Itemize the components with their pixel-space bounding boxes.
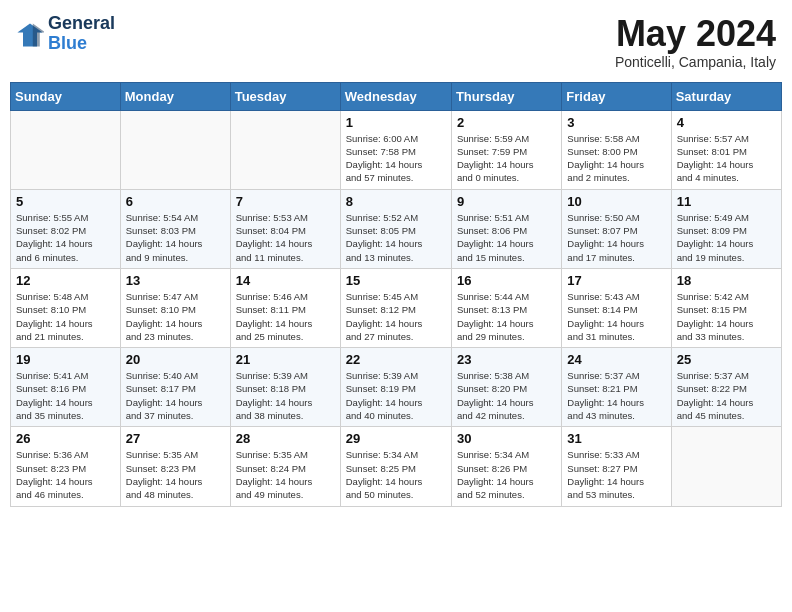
title-area: May 2024 Ponticelli, Campania, Italy — [615, 14, 776, 70]
day-number: 17 — [567, 273, 665, 288]
calendar-cell: 7Sunrise: 5:53 AM Sunset: 8:04 PM Daylig… — [230, 189, 340, 268]
calendar-cell: 26Sunrise: 5:36 AM Sunset: 8:23 PM Dayli… — [11, 427, 121, 506]
day-number: 23 — [457, 352, 556, 367]
day-info: Sunrise: 5:51 AM Sunset: 8:06 PM Dayligh… — [457, 211, 556, 264]
day-info: Sunrise: 5:39 AM Sunset: 8:18 PM Dayligh… — [236, 369, 335, 422]
day-info: Sunrise: 5:35 AM Sunset: 8:23 PM Dayligh… — [126, 448, 225, 501]
calendar-cell: 14Sunrise: 5:46 AM Sunset: 8:11 PM Dayli… — [230, 268, 340, 347]
day-number: 6 — [126, 194, 225, 209]
calendar-cell: 8Sunrise: 5:52 AM Sunset: 8:05 PM Daylig… — [340, 189, 451, 268]
day-number: 16 — [457, 273, 556, 288]
calendar-cell: 11Sunrise: 5:49 AM Sunset: 8:09 PM Dayli… — [671, 189, 781, 268]
calendar-cell — [120, 110, 230, 189]
day-number: 2 — [457, 115, 556, 130]
calendar-week-row: 1Sunrise: 6:00 AM Sunset: 7:58 PM Daylig… — [11, 110, 782, 189]
day-number: 31 — [567, 431, 665, 446]
day-info: Sunrise: 5:37 AM Sunset: 8:21 PM Dayligh… — [567, 369, 665, 422]
calendar-cell: 25Sunrise: 5:37 AM Sunset: 8:22 PM Dayli… — [671, 348, 781, 427]
day-info: Sunrise: 5:52 AM Sunset: 8:05 PM Dayligh… — [346, 211, 446, 264]
logo: General Blue — [16, 14, 115, 54]
calendar-cell: 24Sunrise: 5:37 AM Sunset: 8:21 PM Dayli… — [562, 348, 671, 427]
day-number: 28 — [236, 431, 335, 446]
day-info: Sunrise: 5:47 AM Sunset: 8:10 PM Dayligh… — [126, 290, 225, 343]
calendar-cell: 10Sunrise: 5:50 AM Sunset: 8:07 PM Dayli… — [562, 189, 671, 268]
day-number: 26 — [16, 431, 115, 446]
calendar-cell: 17Sunrise: 5:43 AM Sunset: 8:14 PM Dayli… — [562, 268, 671, 347]
day-number: 12 — [16, 273, 115, 288]
day-info: Sunrise: 6:00 AM Sunset: 7:58 PM Dayligh… — [346, 132, 446, 185]
calendar-cell: 20Sunrise: 5:40 AM Sunset: 8:17 PM Dayli… — [120, 348, 230, 427]
calendar-cell: 18Sunrise: 5:42 AM Sunset: 8:15 PM Dayli… — [671, 268, 781, 347]
day-number: 25 — [677, 352, 776, 367]
weekday-header-thursday: Thursday — [451, 82, 561, 110]
calendar-cell: 2Sunrise: 5:59 AM Sunset: 7:59 PM Daylig… — [451, 110, 561, 189]
calendar: SundayMondayTuesdayWednesdayThursdayFrid… — [10, 82, 782, 507]
calendar-week-row: 26Sunrise: 5:36 AM Sunset: 8:23 PM Dayli… — [11, 427, 782, 506]
weekday-header-row: SundayMondayTuesdayWednesdayThursdayFrid… — [11, 82, 782, 110]
day-info: Sunrise: 5:46 AM Sunset: 8:11 PM Dayligh… — [236, 290, 335, 343]
day-number: 19 — [16, 352, 115, 367]
day-number: 11 — [677, 194, 776, 209]
logo-icon — [16, 20, 44, 48]
calendar-cell: 27Sunrise: 5:35 AM Sunset: 8:23 PM Dayli… — [120, 427, 230, 506]
subtitle: Ponticelli, Campania, Italy — [615, 54, 776, 70]
calendar-cell: 6Sunrise: 5:54 AM Sunset: 8:03 PM Daylig… — [120, 189, 230, 268]
day-number: 10 — [567, 194, 665, 209]
calendar-cell: 16Sunrise: 5:44 AM Sunset: 8:13 PM Dayli… — [451, 268, 561, 347]
weekday-header-monday: Monday — [120, 82, 230, 110]
calendar-cell: 3Sunrise: 5:58 AM Sunset: 8:00 PM Daylig… — [562, 110, 671, 189]
day-info: Sunrise: 5:54 AM Sunset: 8:03 PM Dayligh… — [126, 211, 225, 264]
day-info: Sunrise: 5:59 AM Sunset: 7:59 PM Dayligh… — [457, 132, 556, 185]
day-info: Sunrise: 5:38 AM Sunset: 8:20 PM Dayligh… — [457, 369, 556, 422]
calendar-cell: 29Sunrise: 5:34 AM Sunset: 8:25 PM Dayli… — [340, 427, 451, 506]
logo-text: General Blue — [48, 14, 115, 54]
day-info: Sunrise: 5:45 AM Sunset: 8:12 PM Dayligh… — [346, 290, 446, 343]
calendar-week-row: 19Sunrise: 5:41 AM Sunset: 8:16 PM Dayli… — [11, 348, 782, 427]
day-info: Sunrise: 5:37 AM Sunset: 8:22 PM Dayligh… — [677, 369, 776, 422]
day-number: 22 — [346, 352, 446, 367]
day-info: Sunrise: 5:49 AM Sunset: 8:09 PM Dayligh… — [677, 211, 776, 264]
day-info: Sunrise: 5:57 AM Sunset: 8:01 PM Dayligh… — [677, 132, 776, 185]
weekday-header-saturday: Saturday — [671, 82, 781, 110]
weekday-header-friday: Friday — [562, 82, 671, 110]
day-number: 27 — [126, 431, 225, 446]
calendar-cell: 1Sunrise: 6:00 AM Sunset: 7:58 PM Daylig… — [340, 110, 451, 189]
day-number: 3 — [567, 115, 665, 130]
calendar-cell — [11, 110, 121, 189]
day-number: 9 — [457, 194, 556, 209]
day-number: 14 — [236, 273, 335, 288]
weekday-header-sunday: Sunday — [11, 82, 121, 110]
day-info: Sunrise: 5:58 AM Sunset: 8:00 PM Dayligh… — [567, 132, 665, 185]
calendar-cell: 13Sunrise: 5:47 AM Sunset: 8:10 PM Dayli… — [120, 268, 230, 347]
weekday-header-wednesday: Wednesday — [340, 82, 451, 110]
calendar-cell — [230, 110, 340, 189]
day-info: Sunrise: 5:34 AM Sunset: 8:26 PM Dayligh… — [457, 448, 556, 501]
weekday-header-tuesday: Tuesday — [230, 82, 340, 110]
day-info: Sunrise: 5:43 AM Sunset: 8:14 PM Dayligh… — [567, 290, 665, 343]
calendar-week-row: 12Sunrise: 5:48 AM Sunset: 8:10 PM Dayli… — [11, 268, 782, 347]
day-info: Sunrise: 5:33 AM Sunset: 8:27 PM Dayligh… — [567, 448, 665, 501]
calendar-cell: 21Sunrise: 5:39 AM Sunset: 8:18 PM Dayli… — [230, 348, 340, 427]
calendar-cell: 23Sunrise: 5:38 AM Sunset: 8:20 PM Dayli… — [451, 348, 561, 427]
header: General Blue May 2024 Ponticelli, Campan… — [10, 10, 782, 74]
day-info: Sunrise: 5:41 AM Sunset: 8:16 PM Dayligh… — [16, 369, 115, 422]
calendar-cell — [671, 427, 781, 506]
day-info: Sunrise: 5:39 AM Sunset: 8:19 PM Dayligh… — [346, 369, 446, 422]
day-number: 1 — [346, 115, 446, 130]
day-info: Sunrise: 5:35 AM Sunset: 8:24 PM Dayligh… — [236, 448, 335, 501]
day-number: 4 — [677, 115, 776, 130]
calendar-cell: 12Sunrise: 5:48 AM Sunset: 8:10 PM Dayli… — [11, 268, 121, 347]
day-info: Sunrise: 5:36 AM Sunset: 8:23 PM Dayligh… — [16, 448, 115, 501]
day-info: Sunrise: 5:34 AM Sunset: 8:25 PM Dayligh… — [346, 448, 446, 501]
calendar-cell: 30Sunrise: 5:34 AM Sunset: 8:26 PM Dayli… — [451, 427, 561, 506]
day-number: 20 — [126, 352, 225, 367]
day-number: 30 — [457, 431, 556, 446]
calendar-cell: 28Sunrise: 5:35 AM Sunset: 8:24 PM Dayli… — [230, 427, 340, 506]
day-number: 8 — [346, 194, 446, 209]
calendar-week-row: 5Sunrise: 5:55 AM Sunset: 8:02 PM Daylig… — [11, 189, 782, 268]
calendar-cell: 5Sunrise: 5:55 AM Sunset: 8:02 PM Daylig… — [11, 189, 121, 268]
day-number: 21 — [236, 352, 335, 367]
day-number: 24 — [567, 352, 665, 367]
day-number: 5 — [16, 194, 115, 209]
day-info: Sunrise: 5:55 AM Sunset: 8:02 PM Dayligh… — [16, 211, 115, 264]
